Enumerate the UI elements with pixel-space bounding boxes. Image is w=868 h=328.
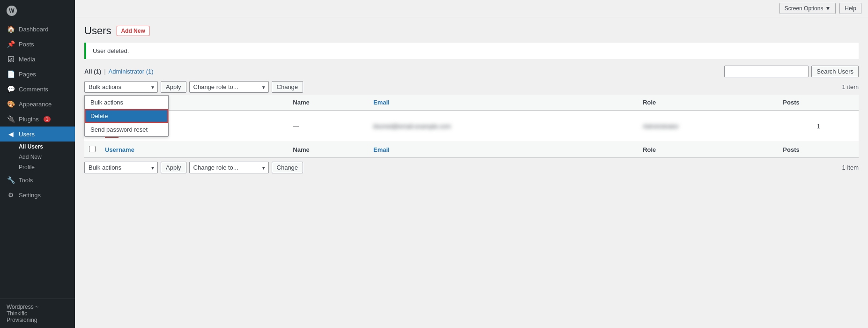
sidebar-sub-add-new[interactable]: Add New xyxy=(0,152,75,162)
bulk-actions-dropdown-wrap: Bulk actions Delete Send password reset … xyxy=(84,81,158,93)
change-role-dropdown-wrap: Change role to... Administrator Editor A… xyxy=(189,81,269,93)
sidebar-item-label: Posts xyxy=(19,41,34,48)
table-row: admin_user Edit View — blurred@email.exa… xyxy=(84,111,859,142)
filter-administrator[interactable]: Administrator (1) xyxy=(109,68,154,75)
site-name-line1: Wordpress ~ xyxy=(7,304,68,310)
email-sort-link[interactable]: Email xyxy=(373,99,390,106)
sidebar-item-appearance[interactable]: 🎨 Appearance xyxy=(0,97,75,112)
settings-icon: ⚙ xyxy=(7,191,15,199)
sidebar-item-label: Comments xyxy=(19,86,48,93)
page-title: Users xyxy=(84,25,111,37)
wordpress-icon: W xyxy=(7,6,17,16)
posts-icon: 📌 xyxy=(7,40,15,48)
sidebar-item-label: Users xyxy=(19,131,35,138)
sidebar-item-label: Pages xyxy=(19,71,36,78)
sidebar-item-label: Appearance xyxy=(19,101,52,108)
sidebar-sub-all-users[interactable]: All Users xyxy=(0,142,75,152)
row-role-cell: Administrator xyxy=(638,111,778,142)
topbar: Screen Options ▼ Help xyxy=(75,0,868,17)
tools-icon: 🔧 xyxy=(7,176,15,184)
bottom-bulk-actions-wrap: Bulk actions Delete Send password reset … xyxy=(84,162,158,173)
user-email: blurred@email.example.com xyxy=(373,123,451,130)
dropdown-item-delete[interactable]: Delete xyxy=(85,109,168,123)
dropdown-item-send-password-reset[interactable]: Send password reset xyxy=(85,123,168,136)
user-role: Administrator xyxy=(643,123,679,130)
table-header-role: Role xyxy=(638,95,778,111)
content-area: Users Add New User deleted. All (1) | Ad… xyxy=(75,17,868,328)
main-content: Screen Options ▼ Help Users Add New User… xyxy=(75,0,868,328)
search-area: Search Users xyxy=(724,66,859,77)
apply-button-top[interactable]: Apply xyxy=(161,81,186,93)
page-header: Users Add New xyxy=(84,25,859,37)
bottom-header-cb xyxy=(84,142,100,158)
bottom-toolbar: Bulk actions Delete Send password reset … xyxy=(84,162,859,173)
row-name-cell: — xyxy=(288,111,369,142)
bottom-email-sort-link[interactable]: Email xyxy=(373,146,390,153)
change-role-button-bottom[interactable]: Change xyxy=(272,162,304,173)
user-deleted-notice: User deleted. xyxy=(84,43,859,59)
bottom-header-posts: Posts xyxy=(778,142,859,158)
plugins-icon: 🔌 xyxy=(7,115,15,123)
bottom-username-sort-link[interactable]: Username xyxy=(105,146,134,153)
sidebar-item-posts[interactable]: 📌 Posts xyxy=(0,37,75,52)
filter-links: All (1) | Administrator (1) xyxy=(84,68,154,75)
search-users-button[interactable]: Search Users xyxy=(811,66,859,77)
sidebar-item-users[interactable]: ◀ Users xyxy=(0,127,75,142)
sidebar-item-media[interactable]: 🖼 Media xyxy=(0,52,75,67)
comments-icon: 💬 xyxy=(7,85,15,93)
users-icon: ◀ xyxy=(7,130,15,138)
chevron-down-icon: ▼ xyxy=(825,5,831,12)
table-header-email: Email xyxy=(369,95,638,111)
sidebar-item-pages[interactable]: 📄 Pages xyxy=(0,67,75,82)
change-role-select-top[interactable]: Change role to... Administrator Editor A… xyxy=(189,81,269,93)
users-table: Username Name Email Role Posts xyxy=(84,95,859,158)
plugins-badge: 1 xyxy=(44,116,51,122)
bulk-actions-select-top[interactable]: Bulk actions Delete Send password reset xyxy=(84,81,158,93)
bottom-header-email: Email xyxy=(369,142,638,158)
bottom-header-username: Username xyxy=(100,142,288,158)
site-name-line3: Provisioning xyxy=(7,317,68,323)
row-posts-cell: 1 xyxy=(778,111,859,142)
sidebar-item-label: Tools xyxy=(19,177,33,184)
bottom-header-name: Name xyxy=(288,142,369,158)
help-button[interactable]: Help xyxy=(839,3,861,14)
bottom-header-role: Role xyxy=(638,142,778,158)
sidebar-logo: W xyxy=(0,0,75,22)
select-all-checkbox-bottom[interactable] xyxy=(89,146,96,152)
screen-options-button[interactable]: Screen Options ▼ xyxy=(779,3,836,14)
apply-button-bottom[interactable]: Apply xyxy=(161,162,186,173)
items-count-top: 1 item xyxy=(842,83,859,90)
site-name-line2: Thinkific xyxy=(7,310,68,317)
sidebar-item-label: Media xyxy=(19,56,35,63)
sidebar-item-settings[interactable]: ⚙ Settings xyxy=(0,187,75,202)
sidebar: W 🏠 Dashboard 📌 Posts 🖼 Media 📄 Pages 💬 … xyxy=(0,0,75,328)
table-header-name: Name xyxy=(288,95,369,111)
bulk-actions-dropdown-menu: Bulk actions Delete Send password reset xyxy=(84,95,169,137)
pages-icon: 📄 xyxy=(7,70,15,78)
change-role-button-top[interactable]: Change xyxy=(272,81,304,93)
bottom-change-role-wrap: Change role to... Administrator Editor A… xyxy=(189,162,269,173)
items-count-bottom: 1 item xyxy=(842,164,859,171)
sidebar-item-tools[interactable]: 🔧 Tools xyxy=(0,172,75,187)
row-email-cell: blurred@email.example.com xyxy=(369,111,638,142)
dashboard-icon: 🏠 xyxy=(7,25,15,33)
appearance-icon: 🎨 xyxy=(7,100,15,108)
sidebar-item-label: Dashboard xyxy=(19,26,49,33)
sidebar-sub-profile[interactable]: Profile xyxy=(0,162,75,172)
filter-all[interactable]: All (1) xyxy=(84,68,101,75)
sidebar-item-comments[interactable]: 💬 Comments xyxy=(0,82,75,97)
sidebar-item-dashboard[interactable]: 🏠 Dashboard xyxy=(0,22,75,37)
bulk-actions-select-bottom[interactable]: Bulk actions Delete Send password reset xyxy=(84,162,158,173)
sidebar-item-label: Plugins xyxy=(19,116,39,123)
change-role-select-bottom[interactable]: Change role to... Administrator Editor A… xyxy=(189,162,269,173)
add-new-button[interactable]: Add New xyxy=(117,26,149,36)
search-users-input[interactable] xyxy=(724,66,809,77)
dropdown-item-bulk-actions[interactable]: Bulk actions xyxy=(85,96,168,109)
sidebar-item-label: Settings xyxy=(19,192,41,199)
filters-row: All (1) | Administrator (1) Search Users xyxy=(84,66,859,77)
media-icon: 🖼 xyxy=(7,55,15,63)
table-header-posts: Posts xyxy=(778,95,859,111)
top-toolbar: Bulk actions Delete Send password reset … xyxy=(84,81,859,93)
table-bottom-header-row: Username Name Email Role Posts xyxy=(84,142,859,158)
sidebar-item-plugins[interactable]: 🔌 Plugins 1 xyxy=(0,112,75,127)
